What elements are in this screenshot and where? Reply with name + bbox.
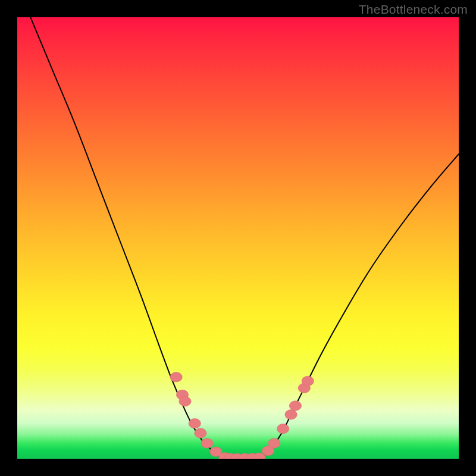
watermark-text: TheBottleneck.com [359,2,468,17]
data-marker [277,424,289,433]
data-marker [302,376,314,386]
bottleneck-curve [30,17,459,458]
data-marker [201,439,213,448]
bottleneck-curve-svg [17,17,459,459]
data-marker [170,372,182,382]
curve-group [30,17,459,458]
data-marker [195,428,206,438]
data-marker [179,396,191,406]
plot-area [17,17,459,459]
data-marker [285,410,297,419]
data-marker [289,401,301,411]
marker-group [170,372,314,459]
data-marker [268,439,280,448]
chart-frame: TheBottleneck.com [0,0,476,476]
data-marker [189,418,201,428]
